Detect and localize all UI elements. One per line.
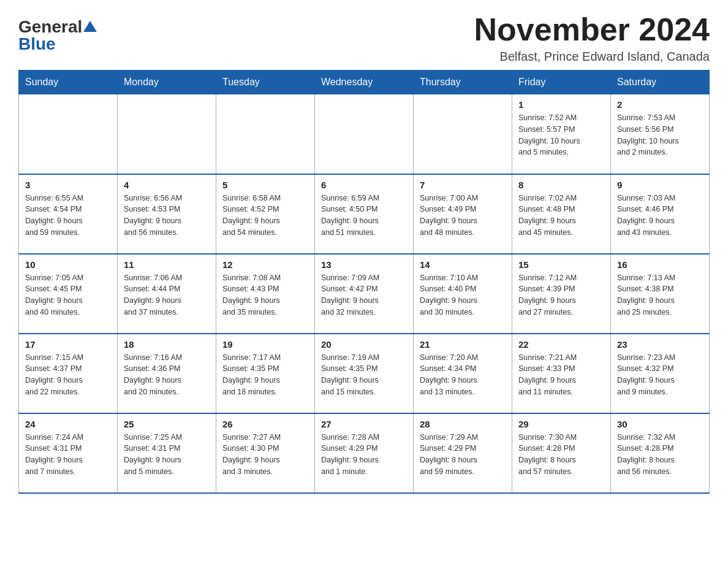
day-info: Sunrise: 7:17 AM Sunset: 4:35 PM Dayligh… [222,352,308,398]
calendar-week-row: 17Sunrise: 7:15 AM Sunset: 4:37 PM Dayli… [19,334,710,413]
day-number: 3 [25,180,111,190]
title-area: November 2024 Belfast, Prince Edward Isl… [474,12,710,64]
calendar-cell: 30Sunrise: 7:32 AM Sunset: 4:28 PM Dayli… [611,413,710,493]
month-title: November 2024 [474,12,710,47]
day-info: Sunrise: 7:28 AM Sunset: 4:29 PM Dayligh… [321,432,407,478]
calendar-cell: 15Sunrise: 7:12 AM Sunset: 4:39 PM Dayli… [512,254,611,334]
calendar-cell: 13Sunrise: 7:09 AM Sunset: 4:42 PM Dayli… [315,254,414,334]
calendar-cell: 6Sunrise: 6:59 AM Sunset: 4:50 PM Daylig… [315,174,414,254]
day-number: 17 [25,339,111,350]
weekday-header-sunday: Sunday [19,71,118,94]
calendar-cell: 28Sunrise: 7:29 AM Sunset: 4:29 PM Dayli… [414,413,512,493]
calendar-cell [19,94,118,174]
day-number: 25 [124,419,210,429]
calendar-cell: 8Sunrise: 7:02 AM Sunset: 4:48 PM Daylig… [512,174,611,254]
calendar-table: SundayMondayTuesdayWednesdayThursdayFrid… [18,70,710,494]
calendar-cell: 17Sunrise: 7:15 AM Sunset: 4:37 PM Dayli… [19,334,118,413]
day-info: Sunrise: 7:00 AM Sunset: 4:49 PM Dayligh… [420,193,506,239]
logo-icon [83,20,97,33]
calendar-header-row: SundayMondayTuesdayWednesdayThursdayFrid… [19,71,710,94]
calendar-cell: 3Sunrise: 6:55 AM Sunset: 4:54 PM Daylig… [19,174,118,254]
day-number: 5 [222,180,308,190]
calendar-week-row: 24Sunrise: 7:24 AM Sunset: 4:31 PM Dayli… [19,413,710,493]
weekday-header-wednesday: Wednesday [315,71,414,94]
day-info: Sunrise: 7:32 AM Sunset: 4:28 PM Dayligh… [617,432,703,478]
day-number: 28 [420,419,506,429]
page-header: General Blue November 2024 Belfast, Prin… [18,12,710,64]
calendar-cell: 22Sunrise: 7:21 AM Sunset: 4:33 PM Dayli… [512,334,611,413]
day-info: Sunrise: 7:20 AM Sunset: 4:34 PM Dayligh… [420,352,506,398]
day-info: Sunrise: 7:09 AM Sunset: 4:42 PM Dayligh… [321,272,407,318]
calendar-cell: 27Sunrise: 7:28 AM Sunset: 4:29 PM Dayli… [315,413,414,493]
day-info: Sunrise: 7:30 AM Sunset: 4:28 PM Dayligh… [518,432,604,478]
day-info: Sunrise: 7:13 AM Sunset: 4:38 PM Dayligh… [617,272,703,318]
logo-blue: Blue [18,36,56,53]
day-number: 21 [420,339,506,350]
calendar-cell: 24Sunrise: 7:24 AM Sunset: 4:31 PM Dayli… [19,413,118,493]
weekday-header-tuesday: Tuesday [216,71,315,94]
weekday-header-thursday: Thursday [414,71,512,94]
day-number: 6 [321,180,407,190]
day-info: Sunrise: 7:08 AM Sunset: 4:43 PM Dayligh… [222,272,308,318]
day-info: Sunrise: 7:19 AM Sunset: 4:35 PM Dayligh… [321,352,407,398]
day-info: Sunrise: 7:10 AM Sunset: 4:40 PM Dayligh… [420,272,506,318]
calendar-cell: 25Sunrise: 7:25 AM Sunset: 4:31 PM Dayli… [118,413,216,493]
svg-marker-0 [83,21,97,32]
calendar-cell [216,94,315,174]
day-number: 27 [321,419,407,429]
day-info: Sunrise: 7:21 AM Sunset: 4:33 PM Dayligh… [518,352,604,398]
calendar-cell: 29Sunrise: 7:30 AM Sunset: 4:28 PM Dayli… [512,413,611,493]
day-info: Sunrise: 7:24 AM Sunset: 4:31 PM Dayligh… [25,432,111,478]
day-number: 26 [222,419,308,429]
day-number: 30 [617,419,703,429]
day-info: Sunrise: 6:58 AM Sunset: 4:52 PM Dayligh… [222,193,308,239]
day-number: 22 [518,339,604,350]
day-info: Sunrise: 7:52 AM Sunset: 5:57 PM Dayligh… [518,112,604,158]
weekday-header-saturday: Saturday [611,71,710,94]
day-info: Sunrise: 6:59 AM Sunset: 4:50 PM Dayligh… [321,193,407,239]
calendar-cell: 20Sunrise: 7:19 AM Sunset: 4:35 PM Dayli… [315,334,414,413]
day-number: 23 [617,339,703,350]
calendar-week-row: 3Sunrise: 6:55 AM Sunset: 4:54 PM Daylig… [19,174,710,254]
weekday-header-monday: Monday [118,71,216,94]
day-number: 4 [124,180,210,190]
day-number: 19 [222,339,308,350]
calendar-week-row: 1Sunrise: 7:52 AM Sunset: 5:57 PM Daylig… [19,94,710,174]
day-number: 24 [25,419,111,429]
day-number: 8 [518,180,604,190]
calendar-cell: 18Sunrise: 7:16 AM Sunset: 4:36 PM Dayli… [118,334,216,413]
day-info: Sunrise: 7:25 AM Sunset: 4:31 PM Dayligh… [124,432,210,478]
day-info: Sunrise: 6:55 AM Sunset: 4:54 PM Dayligh… [25,193,111,239]
calendar-cell: 10Sunrise: 7:05 AM Sunset: 4:45 PM Dayli… [19,254,118,334]
day-info: Sunrise: 7:16 AM Sunset: 4:36 PM Dayligh… [124,352,210,398]
calendar-week-row: 10Sunrise: 7:05 AM Sunset: 4:45 PM Dayli… [19,254,710,334]
day-number: 18 [124,339,210,350]
day-number: 20 [321,339,407,350]
day-info: Sunrise: 7:15 AM Sunset: 4:37 PM Dayligh… [25,352,111,398]
calendar-cell: 5Sunrise: 6:58 AM Sunset: 4:52 PM Daylig… [216,174,315,254]
day-number: 1 [518,99,604,110]
day-number: 12 [222,259,308,270]
calendar-cell [414,94,512,174]
calendar-cell: 19Sunrise: 7:17 AM Sunset: 4:35 PM Dayli… [216,334,315,413]
day-number: 16 [617,259,703,270]
calendar-cell: 9Sunrise: 7:03 AM Sunset: 4:46 PM Daylig… [611,174,710,254]
day-info: Sunrise: 7:02 AM Sunset: 4:48 PM Dayligh… [518,193,604,239]
calendar-cell: 2Sunrise: 7:53 AM Sunset: 5:56 PM Daylig… [611,94,710,174]
calendar-cell: 4Sunrise: 6:56 AM Sunset: 4:53 PM Daylig… [118,174,216,254]
day-number: 29 [518,419,604,429]
day-number: 11 [124,259,210,270]
day-info: Sunrise: 7:05 AM Sunset: 4:45 PM Dayligh… [25,272,111,318]
calendar-cell: 16Sunrise: 7:13 AM Sunset: 4:38 PM Dayli… [611,254,710,334]
calendar-cell: 26Sunrise: 7:27 AM Sunset: 4:30 PM Dayli… [216,413,315,493]
logo-general: General [18,18,82,36]
calendar-cell: 12Sunrise: 7:08 AM Sunset: 4:43 PM Dayli… [216,254,315,334]
day-number: 15 [518,259,604,270]
weekday-header-friday: Friday [512,71,611,94]
day-number: 13 [321,259,407,270]
location: Belfast, Prince Edward Island, Canada [474,50,710,64]
calendar-cell: 21Sunrise: 7:20 AM Sunset: 4:34 PM Dayli… [414,334,512,413]
day-info: Sunrise: 7:06 AM Sunset: 4:44 PM Dayligh… [124,272,210,318]
day-info: Sunrise: 7:53 AM Sunset: 5:56 PM Dayligh… [617,112,703,158]
calendar-cell [118,94,216,174]
